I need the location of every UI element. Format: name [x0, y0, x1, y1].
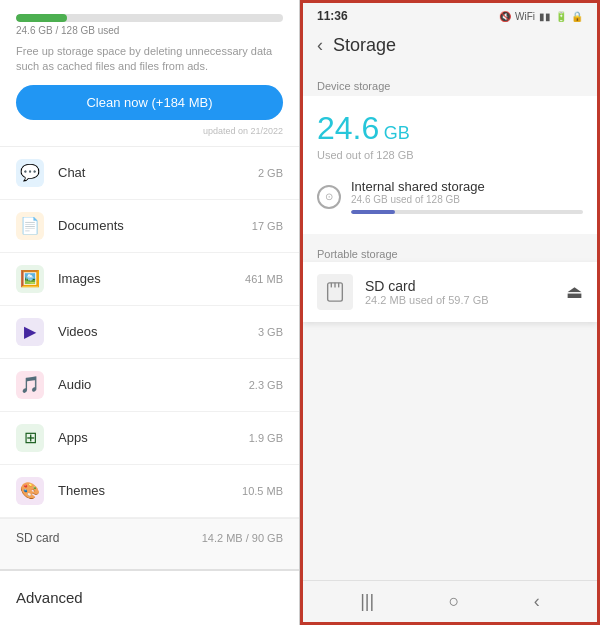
item-label-apps: Apps	[58, 430, 249, 445]
used-text: 24.6 GB / 128 GB used	[16, 25, 283, 36]
item-label-videos: Videos	[58, 324, 258, 339]
item-label-themes: Themes	[58, 483, 242, 498]
list-item-videos[interactable]: ▶ Videos 3 GB	[0, 306, 299, 359]
battery-icon: 🔋	[555, 11, 567, 22]
device-storage-block: 24.6 GB Used out of 128 GB ⊙ Internal sh…	[303, 96, 597, 234]
nav-home-button[interactable]: ○	[449, 591, 460, 612]
wifi-icon: WiFi	[515, 11, 535, 22]
item-size-documents: 17 GB	[252, 220, 283, 232]
sd-card-icon	[324, 281, 346, 303]
list-item-documents[interactable]: 📄 Documents 17 GB	[0, 200, 299, 253]
advanced-section[interactable]: Advanced	[0, 569, 299, 625]
item-label-documents: Documents	[58, 218, 252, 233]
internal-name: Internal shared storage	[351, 179, 583, 194]
mute-icon: 🔇	[499, 11, 511, 22]
used-bar-container: 24.6 GB / 128 GB used	[16, 14, 283, 36]
storage-unit: GB	[384, 123, 410, 143]
internal-storage-icon: ⊙	[317, 185, 341, 209]
storage-list: 💬 Chat 2 GB 📄 Documents 17 GB 🖼️ Images …	[0, 147, 299, 569]
item-size-videos: 3 GB	[258, 326, 283, 338]
sd-card-block[interactable]: SD card 24.2 MB used of 59.7 GB ⏏	[303, 262, 597, 322]
item-size-apps: 1.9 GB	[249, 432, 283, 444]
signal-icon: ▮▮	[539, 11, 551, 22]
item-size-chat: 2 GB	[258, 167, 283, 179]
item-label-chat: Chat	[58, 165, 258, 180]
audio-icon: 🎵	[16, 371, 44, 399]
chat-icon: 💬	[16, 159, 44, 187]
internal-storage-info: Internal shared storage 24.6 GB used of …	[351, 179, 583, 214]
used-bar-track	[16, 14, 283, 22]
back-button[interactable]: ‹	[317, 35, 323, 56]
item-size-audio: 2.3 GB	[249, 379, 283, 391]
storage-gb-display: 24.6 GB	[317, 110, 583, 147]
apps-icon: ⊞	[16, 424, 44, 452]
lock-icon: 🔒	[571, 11, 583, 22]
updated-text: updated on 21/2022	[16, 126, 283, 136]
status-bar: 11:36 🔇 WiFi ▮▮ 🔋 🔒	[303, 3, 597, 27]
used-bar-fill	[16, 14, 67, 22]
top-nav-bar: ‹ Storage	[303, 27, 597, 64]
themes-icon: 🎨	[16, 477, 44, 505]
status-time: 11:36	[317, 9, 348, 23]
list-item-audio[interactable]: 🎵 Audio 2.3 GB	[0, 359, 299, 412]
internal-bar-track	[351, 210, 583, 214]
right-panel: 11:36 🔇 WiFi ▮▮ 🔋 🔒 ‹ Storage Device sto…	[300, 0, 600, 625]
clean-now-button[interactable]: Clean now (+184 MB)	[16, 85, 283, 120]
list-item-chat[interactable]: 💬 Chat 2 GB	[0, 147, 299, 200]
item-label-audio: Audio	[58, 377, 249, 392]
eject-icon[interactable]: ⏏	[566, 281, 583, 303]
sdcard-row[interactable]: SD card 14.2 MB / 90 GB	[0, 518, 299, 557]
list-item-apps[interactable]: ⊞ Apps 1.9 GB	[0, 412, 299, 465]
nav-recents-button[interactable]: |||	[360, 591, 374, 612]
sd-card-used: 24.2 MB used of 59.7 GB	[365, 294, 566, 306]
page-title: Storage	[333, 35, 396, 56]
left-panel: 24.6 GB / 128 GB used Free up storage sp…	[0, 0, 300, 625]
left-top-section: 24.6 GB / 128 GB used Free up storage sp…	[0, 0, 299, 147]
sdcard-label: SD card	[16, 531, 202, 545]
status-icons: 🔇 WiFi ▮▮ 🔋 🔒	[499, 11, 583, 22]
item-size-themes: 10.5 MB	[242, 485, 283, 497]
portable-storage-label: Portable storage	[303, 242, 597, 262]
used-out-of: Used out of 128 GB	[317, 149, 583, 161]
clean-description: Free up storage space by deleting unnece…	[16, 44, 283, 75]
list-item-images[interactable]: 🖼️ Images 461 MB	[0, 253, 299, 306]
list-item-themes[interactable]: 🎨 Themes 10.5 MB	[0, 465, 299, 518]
right-content: Device storage 24.6 GB Used out of 128 G…	[303, 64, 597, 580]
documents-icon: 📄	[16, 212, 44, 240]
videos-icon: ▶	[16, 318, 44, 346]
internal-used: 24.6 GB used of 128 GB	[351, 194, 583, 205]
device-storage-label: Device storage	[303, 74, 597, 96]
sd-card-icon-box	[317, 274, 353, 310]
sdcard-size: 14.2 MB / 90 GB	[202, 532, 283, 544]
internal-bar-fill	[351, 210, 395, 214]
bottom-nav: ||| ○ ‹	[303, 580, 597, 622]
item-label-images: Images	[58, 271, 245, 286]
internal-storage-row[interactable]: ⊙ Internal shared storage 24.6 GB used o…	[317, 171, 583, 218]
advanced-label: Advanced	[16, 589, 83, 606]
storage-gb-value: 24.6	[317, 110, 379, 146]
nav-back-button[interactable]: ‹	[534, 591, 540, 612]
item-size-images: 461 MB	[245, 273, 283, 285]
sd-info: SD card 24.2 MB used of 59.7 GB	[365, 278, 566, 306]
images-icon: 🖼️	[16, 265, 44, 293]
sd-card-name: SD card	[365, 278, 566, 294]
